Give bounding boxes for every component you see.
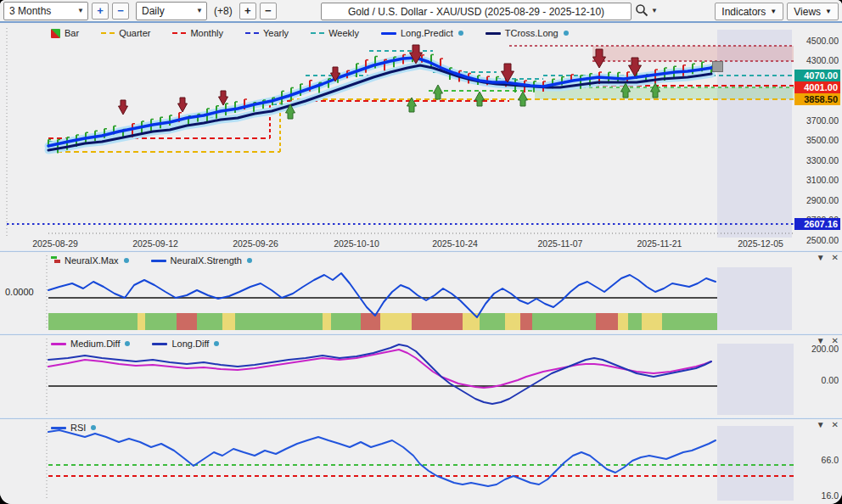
- legend-item-long-predict[interactable]: Long.Predict: [381, 28, 463, 38]
- legend-label: RSI: [70, 423, 86, 433]
- trading-app-window: 3 Months ▼ + − Daily ▼ (+8) + − Gold / U…: [0, 0, 842, 504]
- date-tick-label: 2025-09-26: [227, 238, 283, 249]
- collapse-panel-icon[interactable]: ▼: [817, 253, 825, 262]
- collapse-panel-icon[interactable]: ▼: [817, 420, 825, 429]
- panel-controls: ▼ ✕: [817, 336, 839, 345]
- views-button[interactable]: Views ▼: [787, 3, 839, 20]
- legend-label: Weekly: [328, 28, 359, 38]
- close-panel-icon[interactable]: ✕: [832, 420, 839, 429]
- forecast-handle[interactable]: [712, 61, 723, 72]
- symbol-search[interactable]: ▼: [635, 3, 658, 17]
- long-predict-swatch-icon: [381, 32, 396, 35]
- date-tick-label: 2025-10-24: [427, 238, 483, 249]
- yearly-swatch-icon: [245, 32, 259, 34]
- bar-minus-button[interactable]: −: [260, 3, 277, 20]
- bar-swatch-icon: [51, 29, 60, 38]
- indicators-button[interactable]: Indicators ▼: [715, 3, 783, 20]
- interval-select-value: Daily: [142, 5, 165, 17]
- tcross-long-swatch-icon: [486, 32, 501, 35]
- legend-item-weekly[interactable]: Weekly: [311, 28, 359, 38]
- price-tick-label: 2900.00: [796, 195, 839, 205]
- price-tick-label: 4300.00: [796, 55, 839, 65]
- range-select-value: 3 Months: [9, 5, 51, 17]
- range-zoom-out-button[interactable]: −: [112, 3, 129, 20]
- rsi-plot: [0, 419, 842, 504]
- price-tick-label: 3100.00: [796, 175, 839, 185]
- diff-indicator-panel: Medium.DiffLong.Diff 200.000.00 ▼ ✕: [0, 335, 842, 417]
- legend-label: Medium.Diff: [70, 339, 120, 349]
- chevron-down-icon: ▼: [77, 7, 84, 14]
- medium-diff-swatch-icon: [51, 343, 66, 345]
- legend-item-monthly[interactable]: Monthly: [172, 28, 223, 38]
- chevron-down-icon: ▼: [651, 7, 658, 14]
- range-zoom-in-button[interactable]: +: [92, 3, 109, 20]
- price-tick-label: 3500.00: [796, 135, 839, 145]
- monthly-swatch-icon: [172, 32, 186, 34]
- weekly-swatch-icon: [311, 32, 324, 34]
- long-diff-swatch-icon: [152, 343, 167, 345]
- price-chart-plot: [0, 25, 842, 250]
- legend-settings-dot-icon[interactable]: [458, 31, 463, 36]
- panel-controls: ▼ ✕: [817, 253, 839, 262]
- price-tick-label: 2500.00: [796, 235, 839, 245]
- close-panel-icon[interactable]: ✕: [832, 336, 839, 345]
- legend-item-quarter[interactable]: Quarter: [101, 28, 150, 38]
- main-chart-legend: BarQuarterMonthlyYearlyWeeklyLong.Predic…: [51, 28, 569, 38]
- price-badge: 3858.50: [794, 93, 840, 105]
- legend-item-neuralx-strength[interactable]: NeuralX.Strength: [151, 255, 252, 266]
- date-tick-label: 2025-10-10: [328, 238, 385, 249]
- close-panel-icon[interactable]: ✕: [832, 253, 839, 262]
- collapse-panel-icon[interactable]: ▼: [817, 336, 825, 345]
- neuralx-zero-label: 0.0000: [5, 287, 34, 297]
- date-tick-label: 2025-12-05: [733, 238, 789, 249]
- legend-label: NeuralX.Strength: [171, 255, 242, 266]
- panel-controls: ▼ ✕: [817, 420, 839, 429]
- legend-item-medium-diff[interactable]: Medium.Diff: [51, 339, 130, 349]
- legend-item-yearly[interactable]: Yearly: [245, 28, 289, 38]
- toolbar: 3 Months ▼ + − Daily ▼ (+8) + − Gold / U…: [0, 0, 842, 23]
- date-tick-label: 2025-11-21: [632, 238, 688, 249]
- bar-offset-label: (+8): [214, 5, 233, 17]
- legend-settings-dot-icon[interactable]: [91, 425, 96, 430]
- chevron-down-icon: ▼: [196, 7, 203, 14]
- main-price-chart-panel: BarQuarterMonthlyYearlyWeeklyLong.Predic…: [0, 25, 842, 250]
- legend-settings-dot-icon[interactable]: [124, 258, 129, 263]
- legend-settings-dot-icon[interactable]: [214, 341, 219, 346]
- legend-item-tcross-long[interactable]: TCross.Long: [486, 28, 569, 38]
- price-badge: 4070.00: [794, 70, 840, 81]
- legend-settings-dot-icon[interactable]: [564, 31, 569, 36]
- legend-label: Long.Predict: [401, 28, 453, 38]
- legend-label: Long.Diff: [171, 339, 209, 349]
- legend-label: Bar: [65, 28, 79, 38]
- legend-item-bar[interactable]: Bar: [51, 28, 79, 38]
- legend-item-rsi[interactable]: RSI: [51, 423, 96, 433]
- legend-label: Yearly: [263, 28, 289, 38]
- price-badge: 2607.16: [794, 218, 840, 230]
- interval-select[interactable]: Daily ▼: [136, 2, 207, 20]
- price-badge: 4001.00: [794, 81, 840, 93]
- price-tick-label: 4500.00: [796, 36, 839, 46]
- neuralx-legend: NeuralX.MaxNeuralX.Strength: [51, 255, 252, 266]
- symbol-title-box[interactable]: Gold / U.S. Dollar - XAU/USD (2025-08-29…: [321, 3, 632, 20]
- diff-tick-label: 0.00: [796, 375, 839, 385]
- price-tick-label: 3300.00: [796, 155, 839, 165]
- legend-label: TCross.Long: [505, 28, 559, 38]
- chevron-down-icon: ▼: [770, 8, 777, 15]
- search-icon: [635, 3, 648, 17]
- legend-settings-dot-icon[interactable]: [247, 258, 252, 263]
- legend-item-neuralx-max[interactable]: NeuralX.Max: [51, 255, 129, 266]
- indicators-button-label: Indicators: [721, 6, 766, 18]
- bar-plus-button[interactable]: +: [239, 3, 256, 20]
- neuralx-strength-swatch-icon: [151, 260, 166, 262]
- legend-item-long-diff[interactable]: Long.Diff: [152, 339, 219, 349]
- neuralx-max-swatch-icon: [51, 256, 60, 265]
- legend-label: Quarter: [119, 28, 150, 38]
- neuralx-indicator-panel: NeuralX.MaxNeuralX.Strength 0.0000 ▼ ✕: [0, 252, 842, 333]
- legend-settings-dot-icon[interactable]: [125, 341, 130, 346]
- range-select[interactable]: 3 Months ▼: [3, 2, 88, 20]
- chevron-down-icon: ▼: [825, 8, 832, 15]
- rsi-tick-label: 16.0: [796, 490, 839, 501]
- views-button-label: Views: [794, 6, 821, 18]
- date-tick-label: 2025-08-29: [27, 238, 83, 249]
- date-tick-label: 2025-09-12: [127, 238, 183, 249]
